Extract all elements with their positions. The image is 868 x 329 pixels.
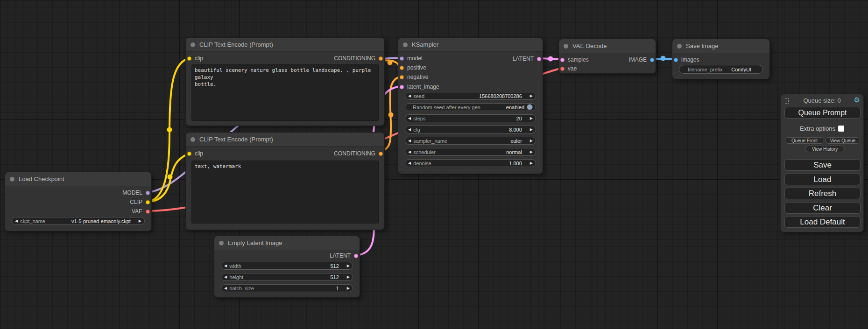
node-title-bar[interactable]: VAE Decode bbox=[559, 39, 656, 53]
queue-prompt-button[interactable]: Queue Prompt bbox=[784, 107, 861, 119]
node-empty-latent-image[interactable]: Empty Latent Image LATENT ◀ width 512 ▶ … bbox=[214, 236, 360, 298]
decrement-arrow-icon[interactable]: ◀ bbox=[408, 139, 411, 143]
increment-arrow-icon[interactable]: ▶ bbox=[530, 139, 533, 143]
positive-prompt-textarea[interactable]: beautiful scenery nature glass bottle la… bbox=[191, 64, 379, 121]
node-title-bar[interactable]: CLIP Text Encode (Prompt) bbox=[186, 133, 384, 147]
link-dot[interactable] bbox=[548, 56, 553, 62]
latent-port-icon[interactable] bbox=[354, 254, 358, 258]
refresh-button[interactable]: Refresh bbox=[784, 188, 861, 199]
width-widget[interactable]: ◀ width 512 ▶ bbox=[221, 262, 353, 270]
random-seed-toggle-widget[interactable]: Random seed after every gen enabled bbox=[405, 103, 536, 111]
conditioning-port-icon[interactable] bbox=[379, 56, 383, 61]
node-title-bar[interactable]: Load Checkpoint bbox=[5, 172, 151, 186]
vae-port-icon[interactable] bbox=[146, 210, 150, 214]
vae-port-icon[interactable] bbox=[560, 67, 565, 71]
image-port-icon[interactable] bbox=[650, 58, 654, 62]
collapse-dot-icon[interactable] bbox=[677, 44, 682, 49]
toggle-indicator-icon[interactable] bbox=[527, 104, 533, 110]
conditioning-port-icon[interactable] bbox=[400, 75, 404, 79]
increment-arrow-icon[interactable]: ▶ bbox=[530, 150, 533, 154]
load-default-button[interactable]: Load Default bbox=[784, 216, 861, 228]
output-port-model[interactable]: MODEL bbox=[122, 189, 150, 196]
negative-prompt-textarea[interactable]: text, watermark bbox=[191, 161, 379, 224]
latent-port-icon[interactable] bbox=[537, 57, 541, 61]
link-dot[interactable] bbox=[388, 112, 394, 118]
node-vae-decode[interactable]: VAE Decode samples vae IMAGE bbox=[558, 39, 656, 74]
gear-icon[interactable]: ⚙ bbox=[854, 96, 860, 104]
input-port-negative[interactable]: negative bbox=[400, 74, 428, 80]
decrement-arrow-icon[interactable]: ◀ bbox=[408, 94, 411, 98]
clear-button[interactable]: Clear bbox=[784, 202, 861, 214]
input-port-clip[interactable]: clip bbox=[187, 150, 203, 157]
collapse-dot-icon[interactable] bbox=[564, 44, 568, 49]
decrement-arrow-icon[interactable]: ◀ bbox=[224, 264, 227, 268]
input-port-images[interactable]: images bbox=[674, 56, 699, 63]
model-port-icon[interactable] bbox=[400, 56, 404, 61]
model-port-icon[interactable] bbox=[146, 191, 150, 195]
decrement-arrow-icon[interactable]: ◀ bbox=[408, 128, 411, 132]
input-port-model[interactable]: model bbox=[400, 55, 423, 62]
node-save-image[interactable]: Save Image images filename_prefix ComfyU… bbox=[672, 39, 770, 79]
height-widget[interactable]: ◀ height 512 ▶ bbox=[221, 273, 353, 281]
latent-port-icon[interactable] bbox=[560, 58, 565, 62]
input-port-samples[interactable]: samples bbox=[560, 56, 589, 63]
link-dot[interactable] bbox=[167, 127, 172, 133]
collapse-dot-icon[interactable] bbox=[10, 177, 14, 182]
collapse-dot-icon[interactable] bbox=[219, 241, 224, 245]
conditioning-port-icon[interactable] bbox=[379, 152, 383, 156]
increment-arrow-icon[interactable]: ▶ bbox=[347, 287, 350, 290]
input-port-latent-image[interactable]: latent_image bbox=[400, 84, 439, 90]
increment-arrow-icon[interactable]: ▶ bbox=[347, 275, 350, 279]
node-graph-canvas[interactable]: Load Checkpoint MODEL CLIP VAE ◀ ckpt_na… bbox=[0, 0, 868, 329]
decrement-arrow-icon[interactable]: ◀ bbox=[224, 275, 227, 279]
output-port-conditioning[interactable]: CONDITIONING bbox=[334, 55, 383, 62]
conditioning-port-icon[interactable] bbox=[400, 66, 404, 70]
decrement-arrow-icon[interactable]: ◀ bbox=[15, 219, 18, 223]
filename-prefix-widget[interactable]: filename_prefix ComfyUI bbox=[679, 65, 763, 74]
view-queue-button[interactable]: View Queue bbox=[826, 137, 860, 144]
node-title-bar[interactable]: KSampler bbox=[398, 38, 543, 52]
node-clip-text-encode-negative[interactable]: CLIP Text Encode (Prompt) clip CONDITION… bbox=[185, 132, 385, 230]
node-title-bar[interactable]: Save Image bbox=[672, 39, 769, 53]
load-button[interactable]: Load bbox=[784, 174, 861, 185]
queue-front-button[interactable]: Queue Front bbox=[785, 137, 824, 144]
seed-widget[interactable]: ◀ seed 156680208700286 ▶ bbox=[405, 92, 536, 100]
input-port-clip[interactable]: clip bbox=[187, 55, 203, 62]
output-port-conditioning[interactable]: CONDITIONING bbox=[334, 150, 383, 157]
sampler-name-widget[interactable]: ◀ sampler_name euler ▶ bbox=[405, 137, 536, 145]
node-clip-text-encode-positive[interactable]: CLIP Text Encode (Prompt) clip CONDITION… bbox=[185, 37, 385, 126]
decrement-arrow-icon[interactable]: ◀ bbox=[408, 161, 411, 165]
increment-arrow-icon[interactable]: ▶ bbox=[347, 264, 350, 268]
ckpt-name-widget[interactable]: ◀ ckpt_name v1-5-pruned-emaonly.ckpt ▶ bbox=[12, 217, 145, 225]
node-ksampler[interactable]: KSampler model positive negative latent_… bbox=[398, 37, 543, 174]
decrement-arrow-icon[interactable]: ◀ bbox=[224, 287, 227, 290]
decrement-arrow-icon[interactable]: ◀ bbox=[408, 117, 411, 120]
image-port-icon[interactable] bbox=[674, 58, 678, 62]
output-port-clip[interactable]: CLIP bbox=[130, 199, 150, 205]
increment-arrow-icon[interactable]: ▶ bbox=[530, 161, 533, 165]
increment-arrow-icon[interactable]: ▶ bbox=[530, 94, 533, 98]
batch-size-widget[interactable]: ◀ batch_size 1 ▶ bbox=[221, 284, 353, 292]
output-port-latent[interactable]: LATENT bbox=[513, 56, 541, 62]
latent-port-icon[interactable] bbox=[400, 85, 404, 89]
increment-arrow-icon[interactable]: ▶ bbox=[139, 219, 141, 223]
scheduler-widget[interactable]: ◀ scheduler normal ▶ bbox=[405, 148, 536, 156]
steps-widget[interactable]: ◀ steps 20 ▶ bbox=[405, 114, 536, 122]
link-dot[interactable] bbox=[661, 56, 666, 61]
output-port-vae[interactable]: VAE bbox=[132, 208, 150, 215]
extra-options-checkbox[interactable] bbox=[838, 126, 844, 132]
node-title-bar[interactable]: Empty Latent Image bbox=[214, 236, 360, 250]
increment-arrow-icon[interactable]: ▶ bbox=[530, 128, 533, 132]
collapse-dot-icon[interactable] bbox=[403, 42, 408, 47]
clip-port-icon[interactable] bbox=[146, 200, 150, 204]
node-title-bar[interactable]: CLIP Text Encode (Prompt) bbox=[186, 38, 384, 52]
link-dot[interactable] bbox=[168, 175, 173, 180]
increment-arrow-icon[interactable]: ▶ bbox=[530, 117, 533, 120]
cfg-widget[interactable]: ◀ cfg 8.000 ▶ bbox=[405, 126, 536, 133]
input-port-vae[interactable]: vae bbox=[560, 65, 577, 72]
decrement-arrow-icon[interactable]: ◀ bbox=[408, 150, 411, 154]
output-port-image[interactable]: IMAGE bbox=[628, 56, 654, 63]
save-button[interactable]: Save bbox=[784, 159, 861, 171]
drag-handle-icon[interactable] bbox=[785, 98, 789, 104]
node-load-checkpoint[interactable]: Load Checkpoint MODEL CLIP VAE ◀ ckpt_na… bbox=[5, 172, 152, 231]
